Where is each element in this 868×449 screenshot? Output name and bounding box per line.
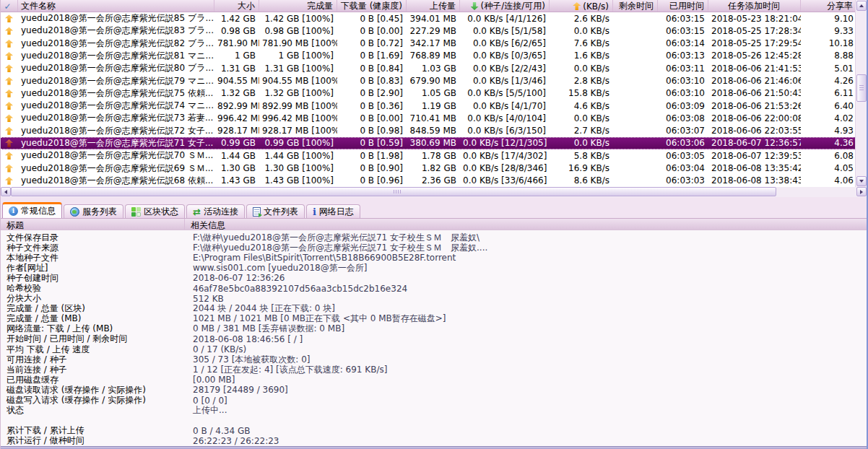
column-header-elapsed[interactable]: 已用时间 bbox=[658, 0, 708, 12]
scroll-left-button[interactable] bbox=[1, 187, 11, 196]
task-row[interactable]: yuedu2018@第一会所@志摩紫光伝説79 マニ...904.55 MB90… bbox=[1, 74, 857, 87]
cell-size: 1.44 GB bbox=[214, 151, 259, 161]
column-header-name[interactable]: 文件名称 bbox=[18, 0, 214, 12]
cell-added: 2018-05-23 18:21:04 bbox=[708, 14, 801, 24]
column-header-seeds[interactable]: (种子/连接/可用) bbox=[460, 0, 550, 12]
task-row[interactable]: yuedu2018@第一会所@志摩紫光伝説73 若妻...996.42 MB99… bbox=[1, 112, 857, 124]
cell-seeds: 0.0 KB/s [5/1/58] bbox=[460, 26, 550, 36]
task-row[interactable]: yuedu2018@第一会所@志摩紫光伝説69 ＳＭ...1.30 GB1.30… bbox=[1, 162, 857, 174]
cell-downloaded: 0 B [1.69] bbox=[337, 51, 407, 61]
column-header-upspeed[interactable]: (KB/s) bbox=[550, 0, 613, 12]
cell-uploaded: 768.89 MB bbox=[407, 51, 460, 61]
cell-ratio: 8.88 bbox=[801, 51, 857, 61]
cell-icon bbox=[1, 90, 18, 97]
seeding-arrow-icon bbox=[5, 27, 13, 35]
details-rows: 文件保存目录F:\做种\yuedu2018@第一会所@志摩紫光伝説71 女子校生… bbox=[1, 230, 867, 446]
column-header-size[interactable]: 大小 bbox=[214, 0, 259, 12]
seeding-arrow-icon bbox=[5, 102, 13, 110]
cell-done: 1.30 GB [100%] bbox=[259, 163, 337, 173]
detail-value: 2018-06-08 18:46:56 [ / ] bbox=[187, 334, 867, 344]
task-row[interactable]: yuedu2018@第一会所@志摩紫光伝説71 女子...0.99 GB0.99… bbox=[1, 137, 857, 149]
globe-icon bbox=[70, 207, 79, 217]
task-row[interactable]: yuedu2018@第一会所@志摩紫光伝説74 マニ...892.99 MB89… bbox=[1, 100, 857, 112]
filelist-icon bbox=[253, 207, 261, 217]
cell-name: yuedu2018@第一会所@志摩紫光伝説69 ＳＭ... bbox=[18, 162, 214, 175]
column-header-label: 上传量 bbox=[430, 0, 456, 12]
tab-活动连接[interactable]: ⇄活动连接 bbox=[186, 204, 245, 218]
cell-uploaded: 342.17 MB bbox=[407, 38, 460, 48]
scroll-down-button[interactable] bbox=[856, 176, 867, 186]
seeding-arrow-icon bbox=[5, 52, 13, 60]
cell-done: 1.32 GB [100%] bbox=[259, 88, 337, 98]
task-row[interactable]: yuedu2018@第一会所@志摩紫光伝説70 ＳＭ...1.44 GB1.44… bbox=[1, 149, 857, 162]
column-header-added[interactable]: 任务添加时间 bbox=[708, 0, 801, 12]
seeding-arrow-icon bbox=[5, 40, 13, 48]
task-row[interactable]: yuedu2018@第一会所@志摩紫光伝説83 ブラ...0.98 GB0.98… bbox=[1, 25, 857, 37]
column-header-uploaded[interactable]: 上传量 bbox=[407, 0, 460, 12]
cell-upspeed: 4.6 KB/s bbox=[550, 101, 613, 111]
vertical-scroll-thumb[interactable] bbox=[856, 74, 867, 102]
tab-区块状态[interactable]: 区块状态 bbox=[125, 204, 185, 218]
column-header-label: 剩余时间 bbox=[619, 0, 654, 12]
cell-icon bbox=[1, 165, 18, 173]
horizontal-scroll-track[interactable] bbox=[776, 187, 856, 197]
detail-value: 0 B / 4.34 GB bbox=[187, 426, 867, 436]
cell-icon bbox=[1, 152, 18, 160]
seeding-arrow-icon bbox=[5, 114, 13, 122]
cell-seeds: 0.0 KB/s [12/1/305] bbox=[460, 138, 550, 148]
tab-服务列表[interactable]: 服务列表 bbox=[64, 204, 123, 218]
cell-downloaded: 0 B [0.36] bbox=[337, 101, 407, 111]
tab-label: 服务列表 bbox=[82, 206, 117, 218]
cell-ratio: 4.02 bbox=[801, 113, 857, 123]
tasklist-horizontal-scrollbar[interactable] bbox=[1, 187, 867, 197]
cell-upspeed: 7.6 KB/s bbox=[550, 38, 613, 48]
cell-seeds: 0.0 KB/s [6/3/150] bbox=[460, 126, 550, 136]
cell-added: 2018-06-07 12:36:57 bbox=[708, 138, 801, 148]
column-header-done[interactable]: 完成量 bbox=[259, 0, 337, 12]
task-table-header: ✓文件名称大小完成量下载量 (健康度)上传量(种子/连接/可用)(KB/s)剩余… bbox=[1, 0, 857, 12]
column-header-label: 完成量 bbox=[307, 0, 333, 12]
tab-网络日志[interactable]: i网络日志 bbox=[306, 204, 360, 218]
tasklist-vertical-scrollbar[interactable] bbox=[855, 0, 867, 187]
cell-added: 2018-06-06 21:53:26 bbox=[708, 101, 801, 111]
column-header-ratio[interactable]: 分享率 bbox=[801, 0, 857, 12]
cell-ratio: 10.18 bbox=[801, 38, 857, 48]
cell-uploaded: 1.19 GB bbox=[407, 101, 460, 111]
cell-added: 2018-05-26 12:45:28 bbox=[708, 51, 801, 61]
cell-elapsed: 06:03:05 bbox=[658, 151, 708, 161]
cell-seeds: 0.0 KB/s [2/2/43] bbox=[460, 64, 550, 74]
panel-divider bbox=[1, 197, 867, 202]
cell-icon bbox=[1, 40, 18, 48]
scroll-up-button[interactable] bbox=[856, 1, 867, 11]
cell-size: 0.98 GB bbox=[214, 26, 259, 36]
cell-added: 2018-06-08 13:35:42 bbox=[708, 163, 801, 173]
tab-label: 区块状态 bbox=[144, 206, 178, 218]
scroll-right-button[interactable] bbox=[856, 187, 867, 196]
tab-文件列表[interactable]: 文件列表 bbox=[246, 204, 305, 218]
cell-done: 781.90 MB [100%] bbox=[259, 38, 337, 48]
cell-ratio: 6.40 bbox=[801, 101, 857, 111]
detail-row: 累计运行 / 做种时间26:22:23 / 26:22:23 bbox=[1, 436, 867, 446]
task-row[interactable]: yuedu2018@第一会所@志摩紫光伝説72 女子...928.17 MB92… bbox=[1, 125, 857, 137]
tab-label: 文件列表 bbox=[264, 206, 298, 218]
tab-常规信息[interactable]: i常规信息 bbox=[2, 202, 62, 218]
task-row[interactable]: yuedu2018@第一会所@志摩紫光伝説82 ブラ...781.90 MB78… bbox=[1, 38, 857, 50]
horizontal-scroll-thumb[interactable] bbox=[11, 187, 776, 196]
window-bottom-edge bbox=[1, 446, 867, 449]
task-row[interactable]: yuedu2018@第一会所@志摩紫光伝説80 ブラ...1.31 GB1.31… bbox=[1, 62, 857, 74]
column-header-label: 分享率 bbox=[827, 0, 853, 12]
task-row[interactable]: yuedu2018@第一会所@志摩紫光伝説75 依頼...1.32 GB1.32… bbox=[1, 87, 857, 100]
task-row[interactable]: yuedu2018@第一会所@志摩紫光伝説81 マニ...1 GB1 GB [1… bbox=[1, 50, 857, 62]
upload-arrow-icon bbox=[573, 2, 581, 10]
cell-ratio: 4.06 bbox=[801, 175, 857, 186]
seeding-arrow-icon bbox=[5, 139, 13, 147]
task-row[interactable]: yuedu2018@第一会所@志摩紫光伝説68 依頼...1.43 GB1.43… bbox=[1, 175, 857, 187]
task-row[interactable]: yuedu2018@第一会所@志摩紫光伝説85 ブラ...1.42 GB1.42… bbox=[1, 12, 857, 25]
column-header-downloaded[interactable]: 下载量 (健康度) bbox=[337, 0, 407, 12]
cell-done: 1.44 GB [100%] bbox=[259, 151, 337, 161]
column-header-remaining[interactable]: 剩余时间 bbox=[613, 0, 658, 12]
detail-value: 0 MB / 381 MB [丢弃错误数据: 0 MB] bbox=[187, 323, 867, 335]
column-header-icon[interactable]: ✓ bbox=[1, 0, 18, 12]
cell-size: 904.55 MB bbox=[214, 76, 259, 86]
cell-elapsed: 06:03:07 bbox=[658, 126, 708, 136]
